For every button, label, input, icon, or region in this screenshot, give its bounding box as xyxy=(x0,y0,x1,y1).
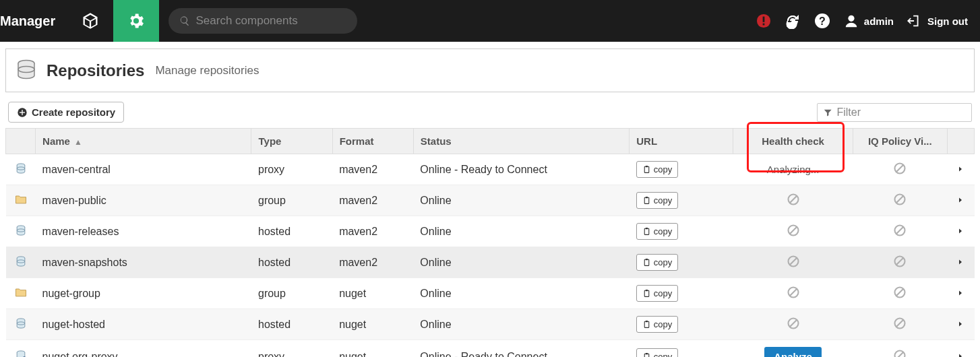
row-expand-cell[interactable] xyxy=(947,154,974,185)
chevron-right-icon xyxy=(956,195,964,206)
filter-input[interactable] xyxy=(836,106,966,119)
repo-format: maven2 xyxy=(332,216,413,247)
chevron-right-icon xyxy=(956,319,964,330)
repo-name[interactable]: maven-snapshots xyxy=(36,247,251,278)
col-health[interactable]: Health check xyxy=(733,129,853,154)
repo-url-cell: copy xyxy=(630,340,733,358)
health-check-cell xyxy=(733,247,853,278)
search-box[interactable] xyxy=(169,8,357,34)
health-check-cell: Analyze xyxy=(733,340,853,358)
row-expand-cell[interactable] xyxy=(947,340,974,358)
copy-url-button[interactable]: copy xyxy=(636,348,678,357)
repo-name[interactable]: nuget-group xyxy=(36,278,251,309)
table-row[interactable]: nuget-groupgroupnugetOnlinecopy xyxy=(6,278,975,309)
svg-rect-2 xyxy=(762,24,764,26)
nav-browse-button[interactable] xyxy=(67,0,113,42)
copy-url-button[interactable]: copy xyxy=(636,161,678,178)
row-expand-cell[interactable] xyxy=(947,278,974,309)
repo-name[interactable]: nuget-hosted xyxy=(36,309,251,340)
page-header: Repositories Manage repositories xyxy=(5,48,975,92)
copy-url-button[interactable]: copy xyxy=(636,192,678,209)
col-url[interactable]: URL xyxy=(630,129,733,154)
repo-name[interactable]: maven-public xyxy=(36,185,251,216)
health-check-cell xyxy=(733,185,853,216)
table-row[interactable]: maven-snapshotshostedmaven2Onlinecopy xyxy=(6,247,975,278)
chevron-right-icon xyxy=(956,288,964,299)
table-row[interactable]: maven-releaseshostedmaven2Onlinecopy xyxy=(6,216,975,247)
copy-url-button[interactable]: copy xyxy=(636,254,678,271)
table-header-row: Name ▲ Type Format Status URL Health che… xyxy=(6,129,975,154)
svg-rect-10 xyxy=(20,112,25,112)
col-status[interactable]: Status xyxy=(413,129,629,154)
table-row[interactable]: nuget.org-proxyproxynugetOnline - Ready … xyxy=(6,340,975,358)
repo-type-icon-cell xyxy=(6,216,36,247)
repo-group-icon xyxy=(14,193,28,209)
repo-status: Online xyxy=(413,185,629,216)
page-title: Repositories xyxy=(47,61,144,80)
repo-url-cell: copy xyxy=(630,278,733,309)
filter-icon xyxy=(823,107,832,118)
col-format[interactable]: Format xyxy=(332,129,413,154)
row-expand-cell[interactable] xyxy=(947,216,974,247)
user-icon xyxy=(844,13,859,28)
repo-name[interactable]: maven-releases xyxy=(36,216,251,247)
alert-button[interactable] xyxy=(756,13,771,28)
repo-type: hosted xyxy=(251,309,332,340)
repo-url-cell: copy xyxy=(630,309,733,340)
col-name[interactable]: Name ▲ xyxy=(36,129,251,154)
iq-policy-cell xyxy=(853,309,947,340)
repo-name[interactable]: nuget.org-proxy xyxy=(36,340,251,358)
iq-policy-cell xyxy=(853,185,947,216)
app-header: Manager ? admin Sign out xyxy=(0,0,980,42)
search-input[interactable] xyxy=(195,14,346,28)
svg-point-5 xyxy=(848,15,854,22)
refresh-button[interactable] xyxy=(785,13,801,29)
help-button[interactable]: ? xyxy=(814,13,830,29)
not-available-icon xyxy=(893,255,907,268)
iq-policy-cell xyxy=(853,247,947,278)
repo-status: Online xyxy=(413,247,629,278)
col-type[interactable]: Type xyxy=(251,129,332,154)
not-available-icon xyxy=(893,162,907,175)
user-menu[interactable]: admin xyxy=(844,13,894,28)
analyze-button[interactable]: Analyze xyxy=(764,347,822,357)
repo-status: Online - Ready to Connect xyxy=(413,340,629,358)
repo-name[interactable]: maven-central xyxy=(36,154,251,185)
copy-url-button[interactable]: copy xyxy=(636,223,678,240)
col-arrow xyxy=(947,129,974,154)
health-check-cell xyxy=(733,278,853,309)
filter-box[interactable] xyxy=(817,103,972,122)
table-row[interactable]: maven-publicgroupmaven2Onlinecopy xyxy=(6,185,975,216)
row-expand-cell[interactable] xyxy=(947,185,974,216)
table-row[interactable]: maven-centralproxymaven2Online - Ready t… xyxy=(6,154,975,185)
repo-type: proxy xyxy=(251,340,332,358)
not-available-icon xyxy=(893,286,907,299)
create-repository-button[interactable]: Create repository xyxy=(8,102,124,123)
repo-status: Online - Ready to Connect xyxy=(413,154,629,185)
repo-url-cell: copy xyxy=(630,247,733,278)
repo-format: maven2 xyxy=(332,154,413,185)
toolbar: Create repository xyxy=(0,92,980,128)
gear-icon xyxy=(127,11,146,30)
repo-type: hosted xyxy=(251,247,332,278)
repo-status: Online xyxy=(413,278,629,309)
table-row[interactable]: nuget-hostedhostednugetOnlinecopy xyxy=(6,309,975,340)
row-expand-cell[interactable] xyxy=(947,247,974,278)
repo-hosted-icon xyxy=(14,162,28,178)
health-check-cell: Analyzing... xyxy=(733,154,853,185)
repo-proxy-icon xyxy=(14,349,28,358)
col-iq[interactable]: IQ Policy Vi... xyxy=(853,129,947,154)
not-available-icon xyxy=(893,224,907,237)
not-available-icon xyxy=(893,193,907,206)
chevron-right-icon xyxy=(956,164,964,175)
iq-policy-cell xyxy=(853,340,947,358)
row-expand-cell[interactable] xyxy=(947,309,974,340)
nav-settings-button[interactable] xyxy=(113,0,159,42)
copy-url-button[interactable]: copy xyxy=(636,316,678,333)
copy-url-button[interactable]: copy xyxy=(636,285,678,302)
chevron-right-icon xyxy=(956,226,964,237)
repositories-table: Name ▲ Type Format Status URL Health che… xyxy=(5,128,975,357)
cube-icon xyxy=(81,11,100,30)
not-available-icon xyxy=(787,255,800,268)
signout-button[interactable]: Sign out xyxy=(907,13,968,28)
